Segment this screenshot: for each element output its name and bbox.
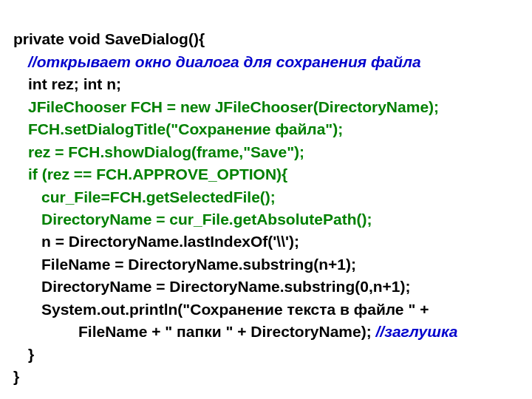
line-14: } (13, 344, 519, 366)
line-2: int rez; int n; (13, 73, 519, 95)
line-3: JFileChooser FCH = new JFileChooser(Dire… (13, 96, 519, 118)
code-block: private void SaveDialog(){ //открывает о… (0, 0, 532, 399)
line-1-comment: //открывает окно диалога для сохранения … (13, 51, 519, 73)
line-4: FCH.setDialogTitle("Сохранение файла"); (13, 118, 519, 140)
line-6: if (rez == FCH.APPROVE_OPTION){ (13, 163, 519, 185)
line-13-comment: //заглушка (376, 323, 458, 340)
line-7: cur_File=FCH.getSelectedFile(); (13, 186, 519, 208)
line-15: } (13, 368, 19, 385)
line-5: rez = FCH.showDialog(frame,"Save"); (13, 141, 519, 163)
line-9: n = DirectoryName.lastIndexOf('\\'); (13, 231, 519, 253)
line-8: DirectoryName = cur_File.getAbsolutePath… (13, 208, 519, 231)
line-0: private void SaveDialog(){ (13, 30, 205, 47)
line-10: FileName = DirectoryName.substring(n+1); (13, 253, 519, 276)
line-11: DirectoryName = DirectoryName.substring(… (13, 276, 519, 298)
line-12: System.out.println("Сохранение текста в … (13, 299, 519, 321)
line-13: FileName + " папки " + DirectoryName); /… (13, 321, 519, 343)
line-13-code: FileName + " папки " + DirectoryName); (78, 323, 376, 340)
